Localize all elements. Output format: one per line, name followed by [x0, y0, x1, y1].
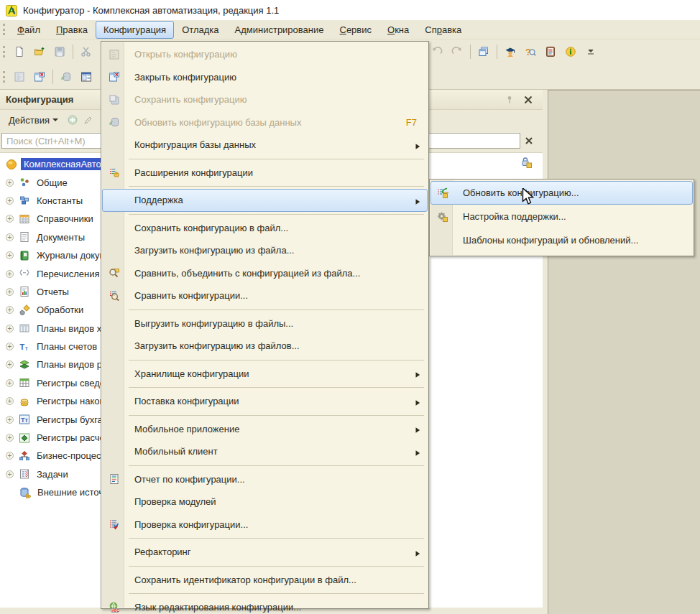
configuration-menu-item-14[interactable]: Хранилище конфигурации: [102, 363, 428, 386]
menu-separator: [102, 564, 428, 569]
expand-icon[interactable]: +: [6, 233, 14, 241]
menu-item-label: Конфигурация базы данных: [134, 139, 256, 150]
menubar-item-4[interactable]: Отладка: [174, 21, 226, 39]
help-index-button[interactable]: ?: [521, 43, 540, 60]
toolbar-overflow-button[interactable]: [581, 43, 600, 60]
syntax-helper-button[interactable]: [501, 43, 520, 60]
menubar-item-7[interactable]: Окна: [379, 21, 417, 39]
close-icon[interactable]: [522, 94, 534, 106]
support-submenu-item-3[interactable]: Шаблоны конфигураций и обновлений...: [430, 228, 693, 252]
menu-separator: [102, 212, 428, 217]
svg-text:т: т: [25, 345, 29, 352]
expand-icon[interactable]: +: [6, 397, 14, 405]
configuration-menu-item-18[interactable]: Отчет по конфигурации...: [102, 468, 428, 491]
configuration-menu-item-20[interactable]: Проверка конфигурации...: [102, 513, 428, 536]
undo-button: [428, 43, 446, 60]
expand-icon[interactable]: +: [6, 361, 14, 368]
expand-icon[interactable]: +: [6, 179, 14, 187]
search-clear-icon[interactable]: [522, 134, 535, 147]
menu-separator: [102, 536, 428, 541]
configuration-menu-item-19[interactable]: Проверка модулей: [102, 490, 428, 513]
expand-icon[interactable]: +: [6, 325, 14, 332]
configuration-menu-item-12[interactable]: Выгрузить конфигурацию в файлы...: [102, 312, 428, 335]
menu-item-label: Открыть конфигурацию: [134, 49, 237, 60]
configuration-menu-item-10[interactable]: Сравнить, объединить с конфигурацией из …: [102, 262, 428, 285]
expand-icon[interactable]: +: [6, 288, 14, 296]
menu-item-label: Сравнить конфигурации...: [134, 290, 248, 301]
configuration-menu-item-5[interactable]: Конфигурация базы данных: [102, 134, 428, 157]
toolbar1-grip[interactable]: [3, 46, 5, 57]
menubar-item-5[interactable]: Администрирование: [227, 21, 332, 39]
pin-icon[interactable]: [504, 94, 515, 106]
svg-text:Tт: Tт: [21, 417, 28, 424]
dataprocessors-icon: [19, 304, 30, 316]
expand-icon[interactable]: +: [6, 197, 14, 205]
toolbar2-grip[interactable]: [3, 71, 5, 83]
expand-icon[interactable]: +: [6, 416, 14, 424]
close-configuration-button[interactable]: [30, 68, 49, 85]
configuration-menu-item-15[interactable]: Поставка конфигурации: [102, 390, 428, 413]
support-submenu-item-1[interactable]: Обновить конфигурацию...: [430, 181, 693, 205]
expand-icon[interactable]: +: [6, 306, 14, 314]
configuration-menu-item-17[interactable]: Мобильный клиент: [102, 440, 428, 463]
expand-icon[interactable]: +: [6, 452, 14, 460]
cut-icon: [80, 46, 92, 57]
menubar-item-2[interactable]: Правка: [48, 21, 96, 39]
toolbar-separator: [497, 45, 497, 59]
common-icon: [19, 177, 30, 188]
save-icon: [54, 46, 65, 57]
menubar-item-1[interactable]: Файл: [9, 21, 48, 39]
expand-icon[interactable]: +: [6, 251, 14, 259]
about-button[interactable]: [561, 43, 580, 60]
accounting-registers-icon: Tт: [19, 414, 30, 425]
menubar-grip[interactable]: [3, 24, 5, 35]
toolbar-separator: [470, 45, 471, 59]
add-button[interactable]: [67, 114, 78, 126]
tree-item-label: Справочники: [34, 213, 96, 225]
menu-item-label: Поставка конфигурации: [134, 396, 239, 406]
submenu-arrow-icon: [414, 370, 421, 377]
language-icon: ABC: [108, 601, 121, 614]
configuration-menu-item-11[interactable]: Сравнить конфигурации...: [102, 284, 428, 307]
chevron-down-icon: [52, 118, 58, 122]
windows-button[interactable]: [474, 43, 493, 60]
expand-icon[interactable]: +: [6, 343, 14, 350]
configuration-menu-item-8[interactable]: Сохранить конфигурацию в файл...: [102, 217, 428, 240]
expand-icon[interactable]: +: [6, 270, 14, 278]
update-db-configuration-button: [57, 68, 75, 85]
menubar-item-3[interactable]: Конфигурация: [96, 21, 174, 39]
expand-icon[interactable]: +: [6, 470, 14, 478]
expand-icon[interactable]: +: [6, 379, 14, 387]
support-submenu-item-2[interactable]: Настройка поддержки...: [430, 205, 693, 228]
actions-button[interactable]: Действия: [4, 113, 63, 128]
menubar-item-6[interactable]: Сервис: [332, 21, 380, 39]
tree-item-label: Документы: [34, 231, 88, 243]
svg-text:ABC: ABC: [112, 608, 120, 612]
menubar-item-8[interactable]: Справка: [417, 21, 469, 39]
menu-bar: ФайлПравкаКонфигурацияОтладкаАдминистрир…: [0, 20, 700, 39]
configuration-menu-item-13[interactable]: Загрузить конфигурацию из файлов...: [102, 335, 428, 358]
configuration-window-button[interactable]: [77, 68, 96, 85]
configuration-menu-item-22[interactable]: Сохранить идентификатор конфигурации в ф…: [102, 569, 428, 592]
help-contents-button[interactable]: [541, 43, 560, 60]
submenu-arrow-icon: [414, 425, 421, 432]
menu-item-label: Загрузить конфигурацию из файлов...: [134, 340, 300, 351]
close-config-icon: [108, 70, 121, 83]
open-button[interactable]: [30, 43, 49, 60]
expand-icon[interactable]: +: [6, 215, 14, 223]
configuration-menu-item-9[interactable]: Загрузить конфигурацию из файла...: [102, 239, 428, 262]
configuration-menu-item-21[interactable]: Рефакторинг: [102, 541, 428, 564]
configuration-menu-item-7[interactable]: Поддержка: [102, 189, 428, 212]
configuration-menu-item-2[interactable]: Закрыть конфигурацию: [102, 66, 428, 89]
expand-icon[interactable]: +: [6, 434, 14, 442]
app-icon: [6, 4, 17, 16]
configuration-menu-item-6[interactable]: Расширения конфигурации: [102, 162, 428, 185]
edit-button[interactable]: [83, 114, 94, 126]
tree-item-label: Отчеты: [34, 286, 72, 298]
configuration-menu-item-23[interactable]: ABCЯзык редактирования конфигурации...: [102, 596, 428, 614]
new-document-button[interactable]: [10, 43, 29, 60]
documents-icon: [19, 231, 30, 243]
configuration-menu-item-1: Открыть конфигурацию: [102, 43, 428, 66]
configuration-menu-item-16[interactable]: Мобильное приложение: [102, 418, 428, 441]
reports-icon: [19, 286, 30, 297]
